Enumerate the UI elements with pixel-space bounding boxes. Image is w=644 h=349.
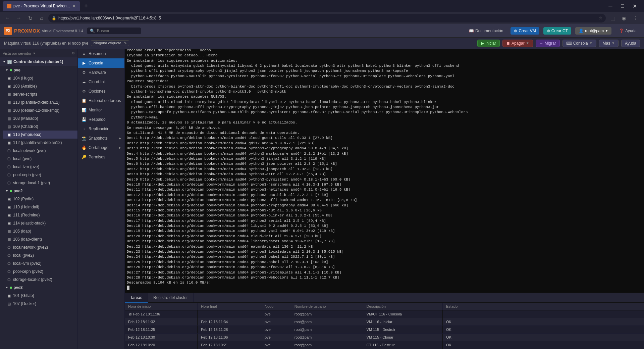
vm-menu-cortafuego[interactable]: 🔥 Cortafuego ▶: [78, 143, 124, 152]
sidebar-item-server-scripts[interactable]: ▤ server-scripts: [3, 90, 77, 98]
storage-icon: ⬡: [7, 172, 11, 177]
sidebar-view-header[interactable]: Vista por servidor ▼ ⚙: [0, 49, 77, 57]
minimize-button[interactable]: ─: [605, 1, 616, 11]
profile-icon[interactable]: ◉: [619, 13, 629, 23]
vm-menu-resumen[interactable]: ≡ Resumen: [78, 49, 124, 58]
maximize-button[interactable]: □: [617, 1, 628, 11]
vm-menu-respaldo[interactable]: 💾 Respaldo: [78, 115, 124, 124]
vm-menu-snapshots[interactable]: 📸 Snapshots ▶: [78, 134, 124, 143]
start-button[interactable]: ▶ Iniciar: [477, 40, 500, 47]
sidebar-item-101[interactable]: ▣ 101 (Gitlab): [3, 292, 77, 300]
task-node: pve: [261, 318, 291, 326]
console-line: python3-yaml: [127, 115, 642, 120]
sidebar-item-116[interactable]: ▣ 116 (vmprueba): [3, 131, 77, 139]
proxmox-app: PX PROXMOX Virtual Environment 8.1.4 🔍 📖…: [0, 24, 644, 349]
tab-registro[interactable]: Registro del cluster: [148, 293, 194, 302]
sidebar-item-storage-local-2[interactable]: ⬡ storage-local-2 (pve2): [3, 276, 77, 284]
migrate-button[interactable]: → Migrar: [536, 40, 560, 47]
create-ct-button[interactable]: ⊕ Crear CT: [543, 27, 571, 35]
close-button[interactable]: ✕: [629, 1, 640, 11]
help-icon: ❓: [619, 29, 624, 33]
pve-header-pve3[interactable]: ▼ ■ pve3: [3, 284, 77, 292]
more-button[interactable]: Más ▼: [599, 40, 619, 47]
sidebar-item-107[interactable]: ▤ 107 (Docker): [3, 300, 77, 308]
search-input[interactable]: [97, 29, 137, 33]
resumen-icon: ≡: [81, 51, 87, 56]
user-menu[interactable]: 👤 root@pam ▼: [575, 27, 611, 35]
sidebar-item-102[interactable]: ▣ 102 (Pydio): [3, 195, 77, 203]
sidebar-item-111[interactable]: ▣ 111 (Redmine): [3, 211, 77, 219]
vm-menu-replicacion[interactable]: ↔ Replicación: [78, 124, 124, 134]
network-icon: ⬡: [7, 148, 11, 153]
vm-menu-opciones[interactable]: ⚙ Opciones: [78, 87, 124, 96]
tab-close-icon[interactable]: ✕: [72, 3, 76, 9]
menu-icon[interactable]: ⋮: [631, 13, 640, 23]
forward-button[interactable]: →: [14, 13, 23, 23]
sidebar-item-storage-local-1[interactable]: ⬡ storage-local-1 (pve): [3, 179, 77, 187]
pve-header-pve2[interactable]: ▼ ■ pve2: [3, 187, 77, 195]
home-button[interactable]: ⌂: [37, 13, 46, 23]
sidebar-item-local-pve[interactable]: ⬡ local (pve): [3, 155, 77, 163]
sidebar-item-100[interactable]: ▤ 100 (debian-12-dns-smtp): [3, 106, 77, 114]
sidebar-item-113[interactable]: ▤ 113 (plantilla-ct-debian12): [3, 98, 77, 106]
sidebar-item-label: localnetwork (pve): [13, 148, 46, 153]
sidebar-item-104[interactable]: ▣ 104 (Hugo): [3, 74, 77, 82]
sidebar-item-112[interactable]: ▣ 112 (plantilla-vm-debian12): [3, 139, 77, 147]
task-table-row[interactable]: 🖥Feb 12 18:11:36 pve root@pam VM/CT 116 …: [125, 310, 644, 318]
tab-tareas[interactable]: Tareas: [125, 293, 148, 303]
help-label: Ayuda: [625, 29, 637, 33]
console-output[interactable]: root@debian:~# apt install cloud-init -y…: [125, 49, 644, 293]
stop-button[interactable]: ⏹ Apagar ▼: [502, 40, 533, 47]
back-button[interactable]: ←: [3, 13, 12, 23]
search-bar[interactable]: 🔍: [87, 28, 141, 34]
task-table-container: Hora de inicio Hora final Nodo Nombre de…: [125, 303, 644, 349]
help-button[interactable]: ❓ Ayuda: [615, 27, 640, 35]
docs-button[interactable]: 📖 Documentación: [466, 27, 506, 35]
sidebar-item-pool-ceph-pve2[interactable]: ⬡ pool-ceph (pve2): [3, 267, 77, 276]
sidebar-item-label: storage-local-2 (pve2): [13, 277, 52, 282]
sidebar-item-localnetwork-pve2[interactable]: ⬡ localnetwork (pve2): [3, 243, 77, 251]
task-table-row[interactable]: Feb 12 18:10:20 Feb 12 18:10:21 pve root…: [125, 341, 644, 349]
sidebar-item-localnetwork-pve[interactable]: ⬡ localnetwork (pve): [3, 147, 77, 155]
tag-edit-icon[interactable]: ✎: [124, 41, 127, 45]
sidebar-header-text: Vista por servidor: [3, 51, 31, 55]
console-line: Des:17 http://deb.debian.org/debian book…: [127, 218, 642, 223]
vm-menu-historial[interactable]: 📋 Historial de tareas: [78, 96, 124, 105]
create-vm-button[interactable]: ⊕ Crear VM: [511, 27, 539, 35]
console-button[interactable]: ⌨ Consola ▼: [562, 40, 596, 47]
sidebar-item-110[interactable]: ▣ 110 (Heimdall): [3, 203, 77, 211]
sidebar-item-local-pve2[interactable]: ⬡ local (pve2): [3, 251, 77, 259]
stop-icon: ⏹: [506, 41, 510, 46]
new-tab-button[interactable]: +: [82, 1, 91, 11]
sidebar-settings-icon[interactable]: ⚙: [71, 51, 75, 55]
task-table-row[interactable]: Feb 12 18:11:25 Feb 12 18:11:28 pve root…: [125, 326, 644, 334]
bookmark-icon[interactable]: ☆: [599, 16, 602, 20]
sidebar-item-103[interactable]: ▤ 103 (Mariadb): [3, 114, 77, 122]
vm-menu-hardware[interactable]: ⚙ Hardware: [78, 68, 124, 77]
user-label: root@pam: [585, 29, 604, 33]
task-user: root@pam: [291, 326, 363, 334]
pve-header-pve[interactable]: ▼ ■ pve: [3, 66, 77, 74]
sidebar-item-local-lvm-pve[interactable]: ⬡ local-lvm (pve): [3, 163, 77, 171]
extensions-icon[interactable]: ⬚: [608, 13, 617, 23]
vm-menu-monitor[interactable]: 📊 Monitor: [78, 105, 124, 115]
sidebar-item-local-lvm-pve2[interactable]: ⬡ local-lvm (pve2): [3, 259, 77, 267]
sidebar-item-106[interactable]: ▤ 106 (ldap-client): [3, 235, 77, 243]
vm-menu-consola[interactable]: ▶ Consola: [78, 58, 124, 68]
sidebar-item-pool-ceph-pve[interactable]: ⬡ pool-ceph (pve): [3, 171, 77, 179]
task-table-row[interactable]: Feb 12 18:10:30 Feb 12 18:11:06 pve root…: [125, 334, 644, 341]
sidebar-item-108[interactable]: ▣ 108 (Ansible): [3, 82, 77, 90]
datacenter-header[interactable]: ▼ 🏢 Centro de datos (cluster1): [0, 57, 77, 66]
active-tab[interactable]: pve - Proxmox Virtual Environ... ✕: [3, 1, 80, 11]
migrate-icon: →: [539, 41, 543, 46]
sidebar-item-114[interactable]: ▣ 114 (elastic-stack): [3, 219, 77, 227]
address-bar[interactable]: 🔒 https://pve1.home.lan:8006/#v1:0=qemu%…: [48, 14, 606, 22]
vm-menu-cloud-init[interactable]: ☁ Cloud-Init: [78, 77, 124, 87]
more-arrow-icon: ▼: [611, 41, 615, 45]
help-action-button[interactable]: Ayuda: [621, 40, 640, 47]
task-table-row[interactable]: Feb 12 18:11:32 Feb 12 18:11:34 pve root…: [125, 318, 644, 326]
sidebar-item-109[interactable]: ▤ 109 (ChatBot): [3, 122, 77, 131]
sidebar-item-105[interactable]: ▤ 105 (ldap): [3, 227, 77, 235]
vm-menu-permisos[interactable]: 🔑 Permisos: [78, 152, 124, 162]
refresh-button[interactable]: ↻: [25, 13, 35, 23]
